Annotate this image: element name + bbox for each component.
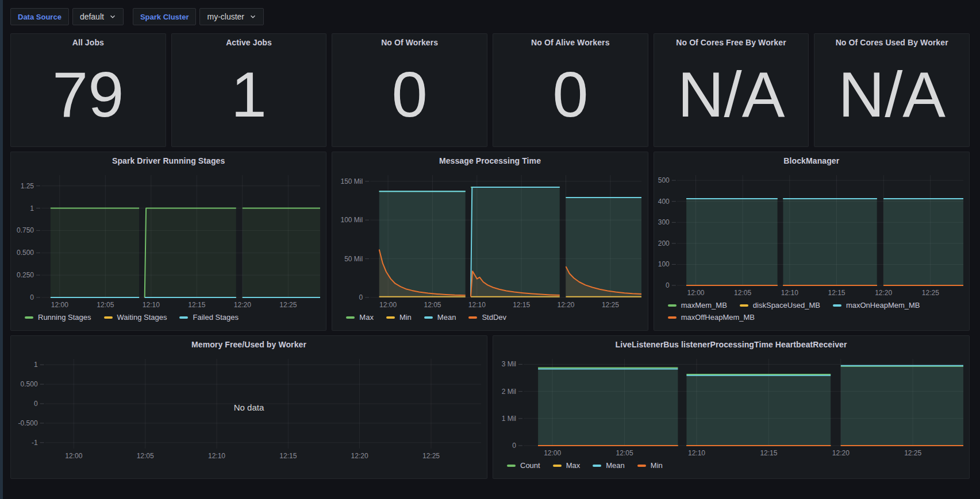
legend-item-min[interactable]: Min [386,312,412,322]
legend-label: maxOnHeapMem_MB [846,300,920,310]
panel-title[interactable]: No Of Workers [332,34,487,51]
legend-label: StdDev [482,312,506,322]
svg-text:12:25: 12:25 [422,452,440,460]
plot-area[interactable]: 050 Mil100 Mil150 Mil12:0012:0512:1012:1… [332,169,647,310]
svg-text:12:05: 12:05 [734,289,751,297]
panel-title[interactable]: Message Processing Time [332,152,647,169]
svg-text:0: 0 [30,293,34,301]
svg-text:1.25: 1.25 [21,182,34,190]
panel-title[interactable]: No Of Alive Workers [493,34,648,51]
charts-row-2: Memory Free/Used by Worker-1-0.50000.500… [10,335,970,479]
variable-label-data-source[interactable]: Data Source [10,8,69,25]
legend-item-stddev[interactable]: StdDev [468,312,506,322]
legend-swatch [740,304,748,307]
plot-area[interactable]: 01 Mil2 Mil3 Mil12:0012:0512:1012:1512:2… [493,353,969,458]
stat-panel-no-of-workers: No Of Workers0 [332,33,487,147]
svg-text:50 Mil: 50 Mil [345,255,363,263]
svg-text:12:20: 12:20 [351,452,368,460]
legend-item-maxmem-mb[interactable]: maxMem_MB [668,300,727,310]
legend-item-maxonheapmem-mb[interactable]: maxOnHeapMem_MB [833,300,920,310]
svg-text:1: 1 [30,204,34,212]
panel-title[interactable]: No Of Cores Free By Worker [654,34,809,51]
svg-text:0.250: 0.250 [17,271,34,279]
legend-item-maxoffheapmem-mb[interactable]: maxOffHeapMem_MB [668,312,755,322]
chevron-down-icon [109,13,116,20]
panel-title[interactable]: No Of Cores Used By Worker [814,34,969,51]
variable-picker-data-source[interactable]: default [72,8,124,25]
legend-swatch [507,465,516,467]
panel-title[interactable]: BlockManager [654,152,969,169]
svg-text:12:10: 12:10 [781,289,798,297]
chart-svg: 01 Mil2 Mil3 Mil12:0012:0512:1012:1512:2… [493,353,969,458]
stat-value: N/A [654,51,809,146]
variable-value-spark-cluster: my-cluster [207,12,244,21]
svg-text:12:25: 12:25 [602,301,619,309]
chart-svg: 010020030040050012:0012:0512:1012:1512:2… [654,169,969,298]
legend-spacer [11,461,487,478]
legend: maxMem_MBdiskSpaceUsed_MBmaxOnHeapMem_MB… [654,298,969,330]
svg-text:0.500: 0.500 [17,249,34,257]
svg-text:12:10: 12:10 [468,301,486,309]
svg-text:150 Mil: 150 Mil [341,177,363,185]
svg-text:12:05: 12:05 [424,301,441,309]
svg-text:1: 1 [34,361,38,369]
stat-value: N/A [814,51,969,146]
legend-item-mean[interactable]: Mean [424,312,456,322]
legend-label: Mean [606,461,625,470]
plot-area[interactable]: -1-0.50000.500112:0012:0512:1012:1512:20… [11,353,487,461]
variable-picker-spark-cluster[interactable]: my-cluster [199,8,264,25]
legend-swatch [553,465,562,467]
stat-panel-no-of-cores-free-by-worker: No Of Cores Free By WorkerN/A [654,33,809,147]
chart-svg: -1-0.50000.500112:0012:0512:1012:1512:20… [11,353,487,461]
svg-text:100: 100 [658,260,669,268]
legend-swatch [637,465,646,467]
svg-text:12:10: 12:10 [688,449,705,457]
stat-panel-all-jobs: All Jobs79 [10,33,166,147]
legend-label: Min [651,461,663,470]
svg-text:12:20: 12:20 [234,301,251,309]
svg-text:12:20: 12:20 [558,301,575,309]
dashboard: Data Source default Spark Cluster my-clu… [0,0,980,479]
legend-item-min[interactable]: Min [637,461,663,470]
svg-text:12:00: 12:00 [65,452,82,460]
chart-panel-blockmanager: BlockManager010020030040050012:0012:0512… [654,152,970,331]
svg-text:12:10: 12:10 [208,452,225,460]
stats-row: All Jobs79Active Jobs1No Of Workers0No O… [10,33,970,147]
panel-title[interactable]: Memory Free/Used by Worker [11,336,487,353]
panel-title[interactable]: All Jobs [11,34,166,51]
stat-panel-no-of-cores-used-by-worker: No Of Cores Used By WorkerN/A [814,33,970,147]
legend-swatch [386,316,395,319]
legend-item-waiting-stages[interactable]: Waiting Stages [104,312,167,322]
plot-area[interactable]: 010020030040050012:0012:0512:1012:1512:2… [654,169,969,298]
stat-value: 1 [172,51,326,146]
variable-label-spark-cluster[interactable]: Spark Cluster [133,8,197,25]
svg-text:3 Mil: 3 Mil [502,360,516,368]
svg-text:500: 500 [658,176,669,184]
legend-item-max[interactable]: Max [346,312,374,322]
legend-item-count[interactable]: Count [507,461,540,470]
svg-text:0.500: 0.500 [21,380,38,388]
svg-text:12:05: 12:05 [97,301,114,309]
panel-title[interactable]: Spark Driver Running Stages [11,152,326,169]
legend-item-mean[interactable]: Mean [593,461,625,470]
legend-item-max[interactable]: Max [553,461,581,470]
svg-text:100 Mil: 100 Mil [341,216,363,224]
svg-text:12:00: 12:00 [544,449,561,457]
plot-area[interactable]: 00.2500.5000.75011.2512:0012:0512:1012:1… [11,169,326,310]
legend-label: maxOffHeapMem_MB [681,312,755,322]
legend-swatch [424,316,433,319]
legend-item-running-stages[interactable]: Running Stages [25,312,91,322]
stat-value: 0 [493,51,648,146]
legend-label: Min [399,312,412,322]
svg-text:0: 0 [34,400,38,408]
legend-item-failed-stages[interactable]: Failed Stages [179,312,239,322]
legend-item-diskspaceused-mb[interactable]: diskSpaceUsed_MB [740,300,820,310]
legend-label: maxMem_MB [681,300,727,310]
panel-title[interactable]: Active Jobs [172,34,326,51]
panel-title[interactable]: LiveListenerBus listenerProcessingTime H… [493,336,969,353]
svg-text:12:00: 12:00 [379,301,397,309]
svg-text:12:00: 12:00 [51,301,68,309]
stat-panel-active-jobs: Active Jobs1 [171,33,327,147]
legend-swatch [833,304,841,307]
svg-text:12:15: 12:15 [279,452,297,460]
